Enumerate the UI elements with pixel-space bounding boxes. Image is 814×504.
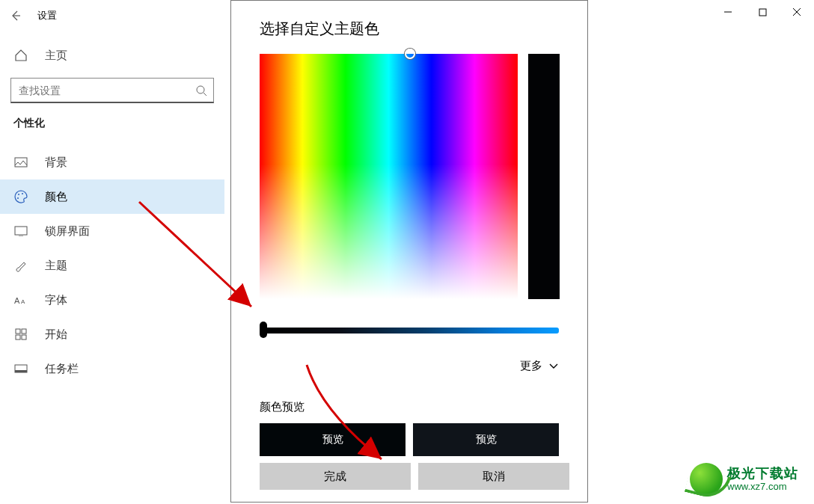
value-slider[interactable] xyxy=(260,323,559,336)
home-icon xyxy=(13,49,28,62)
search-input[interactable] xyxy=(17,84,195,97)
svg-rect-6 xyxy=(15,227,27,235)
preview-label: 颜色预览 xyxy=(260,400,587,414)
svg-rect-9 xyxy=(16,329,20,334)
watermark-name: 极光下载站 xyxy=(727,467,798,482)
sidebar: 主页 个性化 背景 颜色 锁屏界面 主题 AA 字体 开始 任务栏 xyxy=(0,31,224,504)
value-thumb[interactable] xyxy=(260,322,267,338)
preview-tile-1: 预览 xyxy=(260,423,406,456)
sidebar-item-start[interactable]: 开始 xyxy=(0,317,224,351)
arrow-left-icon xyxy=(10,10,22,22)
sidebar-home-label: 主页 xyxy=(45,49,67,63)
sidebar-item-label: 开始 xyxy=(45,328,67,342)
svg-rect-12 xyxy=(22,335,26,339)
sidebar-item-taskbar[interactable]: 任务栏 xyxy=(0,351,224,386)
monitor-icon xyxy=(13,226,28,236)
svg-rect-14 xyxy=(15,370,27,372)
color-gradient[interactable] xyxy=(260,54,518,299)
sidebar-item-label: 锁屏界面 xyxy=(45,224,90,239)
palette-icon xyxy=(13,190,28,203)
sidebar-item-label: 背景 xyxy=(45,156,67,170)
svg-text:A: A xyxy=(14,296,20,305)
value-track xyxy=(264,328,559,334)
sidebar-item-label: 任务栏 xyxy=(45,362,79,376)
window-title: 设置 xyxy=(37,9,57,22)
maximize-icon xyxy=(759,8,767,16)
more-label: 更多 xyxy=(520,359,542,373)
search-box[interactable] xyxy=(10,78,214,103)
svg-point-1 xyxy=(197,86,204,93)
sidebar-item-color[interactable]: 颜色 xyxy=(0,179,224,214)
start-icon xyxy=(13,328,28,340)
sidebar-item-theme[interactable]: 主题 xyxy=(0,248,224,283)
picture-icon xyxy=(13,157,28,168)
close-icon xyxy=(792,7,801,16)
preview-tile-2: 预览 xyxy=(413,423,559,456)
sidebar-item-label: 字体 xyxy=(45,293,67,307)
svg-rect-11 xyxy=(16,335,20,339)
font-icon: AA xyxy=(13,295,28,305)
minimize-icon xyxy=(723,7,732,16)
sidebar-item-label: 主题 xyxy=(45,259,67,273)
watermark: 极光下载站 www.xz7.com xyxy=(690,459,810,500)
sidebar-item-label: 颜色 xyxy=(45,190,67,204)
taskbar-icon xyxy=(13,364,28,373)
sidebar-item-background[interactable]: 背景 xyxy=(0,145,224,179)
sidebar-home[interactable]: 主页 xyxy=(0,40,224,70)
svg-rect-2 xyxy=(15,158,27,167)
sidebar-category: 个性化 xyxy=(0,117,224,130)
cancel-button[interactable]: 取消 xyxy=(418,463,569,490)
current-color-swatch xyxy=(528,54,560,299)
svg-point-5 xyxy=(17,197,19,199)
back-button[interactable] xyxy=(0,0,31,31)
minimize-button[interactable] xyxy=(711,0,745,24)
chevron-down-icon xyxy=(548,361,559,372)
more-toggle[interactable]: 更多 xyxy=(260,359,559,373)
close-button[interactable] xyxy=(780,0,814,24)
brush-icon xyxy=(13,259,28,272)
color-picker-dialog: 选择自定义主题色 更多 颜色预览 预览 预览 完成 取消 xyxy=(230,0,588,503)
maximize-button[interactable] xyxy=(745,0,780,24)
svg-text:A: A xyxy=(21,298,25,305)
svg-point-4 xyxy=(22,193,23,194)
svg-rect-10 xyxy=(22,329,26,334)
sidebar-item-lockscreen[interactable]: 锁屏界面 xyxy=(0,214,224,248)
dialog-title: 选择自定义主题色 xyxy=(260,19,587,39)
window-controls xyxy=(711,0,814,24)
search-icon xyxy=(195,84,207,96)
svg-rect-0 xyxy=(759,9,766,16)
done-button[interactable]: 完成 xyxy=(260,463,411,490)
color-handle[interactable] xyxy=(405,49,415,59)
watermark-url: www.xz7.com xyxy=(727,482,798,492)
svg-point-3 xyxy=(18,194,19,195)
watermark-logo xyxy=(690,463,723,496)
sidebar-item-font[interactable]: AA 字体 xyxy=(0,283,224,317)
